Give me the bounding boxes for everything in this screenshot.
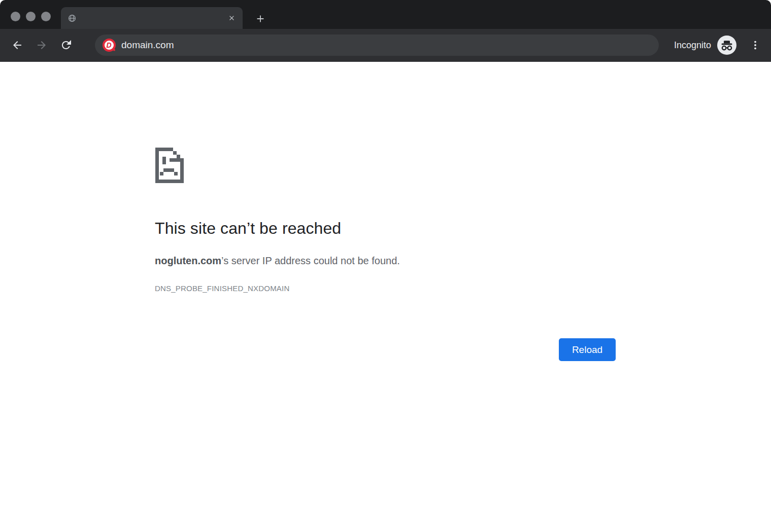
- browser-toolbar: D domain.com Incognito: [0, 29, 771, 62]
- error-page: This site can’t be reached nogluten.com’…: [0, 62, 771, 532]
- browser-tab[interactable]: [61, 7, 243, 29]
- window-close-button[interactable]: [11, 12, 20, 21]
- arrow-left-icon: [11, 39, 23, 51]
- incognito-badge-icon: [717, 36, 736, 55]
- error-code: DNS_PROBE_FINISHED_NXDOMAIN: [155, 284, 289, 293]
- plus-icon: [255, 13, 266, 24]
- close-icon[interactable]: [228, 14, 236, 22]
- reload-page-button[interactable]: [60, 39, 72, 51]
- new-tab-button[interactable]: [255, 13, 266, 24]
- tab-strip: [0, 0, 771, 29]
- error-heading: This site can’t be reached: [155, 219, 341, 238]
- arrow-right-icon: [36, 39, 48, 51]
- reload-button[interactable]: Reload: [559, 338, 616, 361]
- error-message: nogluten.com’s server IP address could n…: [155, 255, 400, 267]
- browser-window: D domain.com Incognito: [0, 0, 771, 532]
- back-button[interactable]: [11, 39, 23, 51]
- error-message-rest: ’s server IP address could not be found.: [221, 255, 400, 266]
- address-bar[interactable]: D domain.com: [95, 34, 659, 56]
- reload-icon: [60, 39, 72, 51]
- svg-text:D: D: [106, 41, 111, 49]
- sad-file-icon: [155, 148, 184, 185]
- incognito-label: Incognito: [674, 40, 711, 51]
- window-minimize-button[interactable]: [26, 12, 36, 21]
- domain-logo-icon[interactable]: D: [102, 38, 116, 52]
- url-text[interactable]: domain.com: [121, 40, 174, 51]
- window-maximize-button[interactable]: [41, 12, 51, 21]
- kebab-menu-icon[interactable]: [750, 40, 761, 51]
- error-hostname: nogluten.com: [155, 255, 221, 266]
- forward-button[interactable]: [36, 39, 48, 51]
- globe-icon: [68, 14, 76, 22]
- window-controls: [11, 12, 51, 21]
